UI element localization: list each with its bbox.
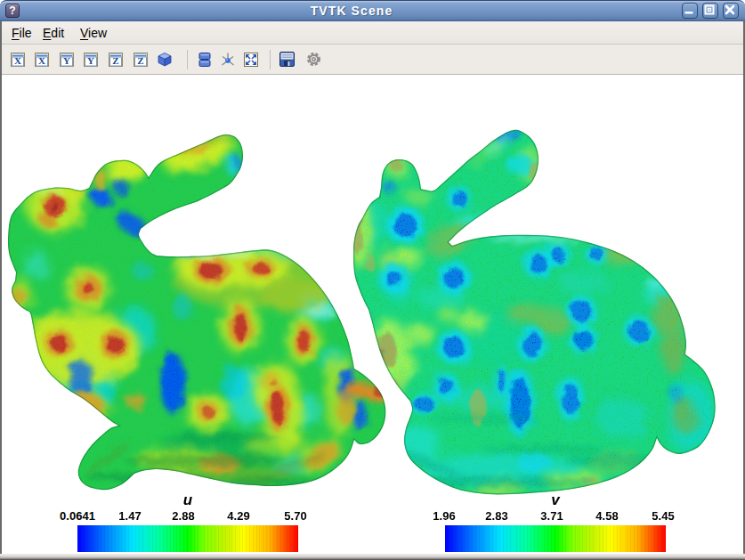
svg-text:X: X [38, 55, 45, 66]
svg-text:Z: Z [137, 55, 143, 66]
svg-text:X: X [14, 55, 21, 66]
svg-text:Y: Y [87, 55, 94, 66]
svg-text:Y: Y [63, 55, 70, 66]
svg-text:Z: Z [112, 55, 118, 66]
